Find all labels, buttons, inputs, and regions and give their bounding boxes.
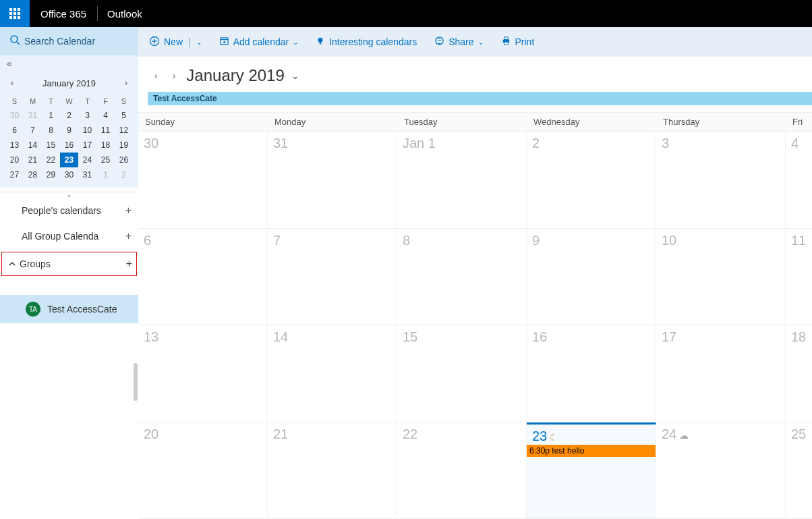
- mini-day[interactable]: 18: [96, 138, 115, 153]
- day-cell[interactable]: 6: [138, 229, 268, 325]
- top-bar: Office 365 Outlook: [0, 0, 812, 27]
- mini-day[interactable]: 31: [24, 108, 42, 123]
- mini-day[interactable]: 26: [115, 153, 133, 167]
- mini-day[interactable]: 8: [42, 123, 60, 138]
- mini-day[interactable]: 5: [115, 108, 133, 123]
- mini-next-month[interactable]: ›: [122, 77, 130, 89]
- day-cell[interactable]: 10: [656, 229, 786, 325]
- mini-day[interactable]: 2: [60, 108, 78, 123]
- mini-day[interactable]: 22: [42, 153, 60, 167]
- mini-day[interactable]: 24: [78, 153, 96, 167]
- day-cell[interactable]: 20: [138, 422, 268, 519]
- mini-day[interactable]: 3: [78, 108, 96, 123]
- day-cell[interactable]: 23☾6:30p test hello: [527, 422, 656, 519]
- avatar: TA: [26, 302, 40, 317]
- day-cell[interactable]: 24☁: [656, 422, 786, 519]
- print-button[interactable]: Print: [501, 36, 535, 48]
- mini-day[interactable]: 31: [78, 167, 96, 182]
- day-cell[interactable]: 4: [786, 132, 812, 228]
- mini-day[interactable]: 17: [78, 138, 96, 153]
- group-calendar-entry[interactable]: TA Test AccessCate: [0, 295, 138, 323]
- day-cell[interactable]: 18: [786, 325, 812, 422]
- sidebar-item-all-group-calendars[interactable]: All Group Calenda +: [0, 223, 138, 249]
- mini-day[interactable]: 15: [42, 138, 60, 153]
- svg-point-18: [318, 37, 323, 42]
- calendar-tag[interactable]: Test AccessCate: [148, 92, 812, 105]
- mini-day[interactable]: 23: [60, 153, 78, 167]
- day-cell[interactable]: 13: [138, 325, 268, 422]
- brand-label[interactable]: Office 365: [30, 8, 97, 20]
- add-calendar-button[interactable]: Add calendar ⌄: [219, 36, 299, 48]
- mini-day[interactable]: 20: [5, 153, 24, 167]
- mini-day[interactable]: 6: [5, 123, 24, 138]
- day-cell[interactable]: 2: [527, 132, 656, 228]
- svg-line-10: [17, 42, 20, 45]
- mini-day[interactable]: 25: [96, 153, 115, 167]
- app-launcher[interactable]: [0, 0, 30, 27]
- mini-day[interactable]: 30: [5, 108, 24, 123]
- mini-month-title[interactable]: January 2019: [42, 78, 96, 88]
- calendar-event[interactable]: 6:30p test hello: [527, 445, 656, 457]
- day-cell[interactable]: 11: [786, 229, 812, 325]
- day-number: 18: [791, 329, 809, 345]
- mini-day[interactable]: 12: [115, 123, 133, 138]
- plus-icon[interactable]: +: [125, 204, 132, 217]
- prev-period[interactable]: ‹: [150, 69, 162, 82]
- day-cell[interactable]: 7: [268, 229, 397, 325]
- day-cell[interactable]: 17: [656, 325, 786, 422]
- splitter-handle[interactable]: ▴: [0, 192, 138, 198]
- interesting-calendars-button[interactable]: Interesting calendars: [316, 36, 417, 48]
- day-header: Sunday: [138, 113, 268, 131]
- mini-day[interactable]: 9: [60, 123, 78, 138]
- mini-day[interactable]: 2: [115, 167, 133, 182]
- app-name[interactable]: Outlook: [98, 8, 152, 20]
- mini-prev-month[interactable]: ‹: [8, 77, 16, 89]
- day-number: 7: [273, 233, 391, 248]
- mini-day[interactable]: 28: [24, 167, 42, 182]
- day-cell[interactable]: 3: [656, 132, 786, 228]
- mini-day[interactable]: 16: [60, 138, 78, 153]
- svg-rect-2: [18, 8, 20, 11]
- plus-icon[interactable]: +: [126, 258, 132, 270]
- day-cell[interactable]: 8: [397, 229, 527, 325]
- mini-day[interactable]: 7: [24, 123, 42, 138]
- mini-day[interactable]: 11: [96, 123, 115, 138]
- day-cell[interactable]: 22: [397, 422, 527, 519]
- day-cell[interactable]: 9: [527, 229, 656, 325]
- next-period[interactable]: ›: [169, 69, 180, 82]
- sidebar-item-groups[interactable]: Groups +: [1, 252, 137, 276]
- mini-day[interactable]: 4: [96, 108, 115, 123]
- chevron-down-icon[interactable]: ⌄: [196, 38, 202, 46]
- mini-day[interactable]: 30: [60, 167, 78, 182]
- sidebar-item-peoples-calendars[interactable]: People's calendars +: [0, 198, 138, 223]
- mini-day[interactable]: 29: [42, 167, 60, 182]
- new-event-button[interactable]: New | ⌄: [149, 36, 202, 49]
- day-cell[interactable]: 25: [786, 422, 812, 519]
- plus-icon[interactable]: +: [125, 230, 132, 242]
- share-button[interactable]: Share ⌄: [434, 36, 483, 48]
- mini-day[interactable]: 1: [96, 167, 115, 182]
- mini-day[interactable]: 1: [42, 108, 60, 123]
- mini-day[interactable]: 27: [5, 167, 24, 182]
- chevron-down-icon[interactable]: ⌄: [291, 70, 299, 81]
- collapse-month-nav[interactable]: «: [0, 55, 138, 72]
- day-cell[interactable]: 14: [268, 325, 397, 422]
- day-cell[interactable]: 16: [527, 325, 656, 422]
- day-cell[interactable]: 30: [138, 132, 268, 228]
- sidebar-scrollbar[interactable]: [133, 269, 138, 519]
- mini-day[interactable]: 21: [24, 153, 42, 167]
- day-cell[interactable]: 15: [397, 325, 527, 422]
- day-cell[interactable]: 31: [268, 132, 397, 228]
- mini-day[interactable]: 19: [115, 138, 133, 153]
- day-number: 25: [791, 427, 809, 442]
- mini-day[interactable]: 10: [78, 123, 96, 138]
- mini-day[interactable]: 13: [5, 138, 24, 153]
- day-number: 15: [403, 329, 521, 345]
- chevron-up-icon: [9, 258, 16, 269]
- search-input[interactable]: Search Calendar: [0, 27, 138, 55]
- day-header: Tuesday: [397, 113, 527, 131]
- day-cell[interactable]: 21: [268, 422, 397, 519]
- cloud-icon: ☁: [679, 430, 689, 441]
- day-cell[interactable]: Jan 1: [397, 132, 527, 228]
- mini-day[interactable]: 14: [24, 138, 42, 153]
